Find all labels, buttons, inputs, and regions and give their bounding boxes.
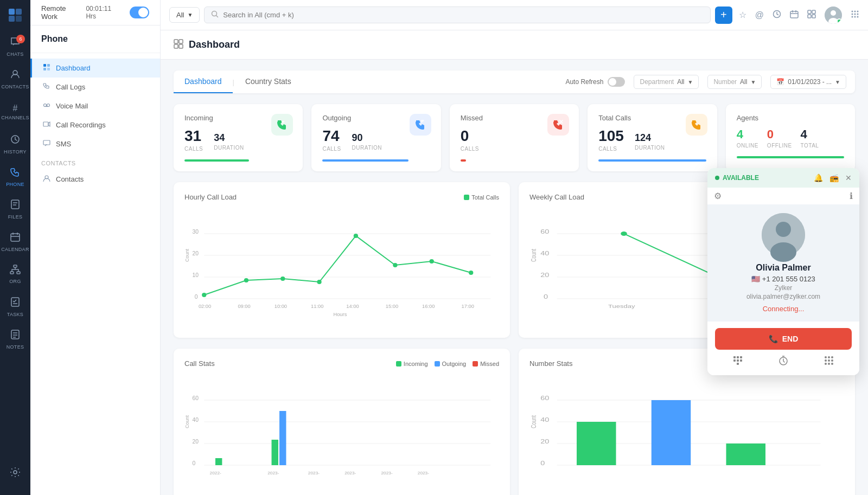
svg-rect-2: [9, 16, 15, 22]
svg-rect-25: [790, 11, 798, 18]
sidebar-item-channels[interactable]: # CHANNELS: [0, 95, 30, 128]
department-filter[interactable]: Department All ▼: [634, 75, 699, 89]
settings-button[interactable]: [0, 457, 30, 490]
remote-work-bar: Remote Work 00:01:11 Hrs: [30, 0, 160, 25]
user-avatar[interactable]: [825, 7, 842, 24]
nav-item-sms[interactable]: SMS: [30, 134, 160, 153]
call-stats-chart-area: Count 0 20 40 60: [184, 374, 499, 493]
hourly-chart-card: Hourly Call Load Total Calls 0 10 20 30: [174, 182, 510, 338]
legend-incoming: Incoming: [396, 361, 428, 367]
notification-icon[interactable]: 🔔: [814, 173, 823, 182]
sidebar-item-phone[interactable]: PHONE: [0, 160, 30, 193]
total-calls-label: CALLS: [598, 146, 624, 152]
outgoing-icon: [410, 114, 431, 136]
calendar-topbar-icon[interactable]: [790, 10, 799, 20]
svg-text:30: 30: [193, 229, 199, 235]
incoming-duration: 34: [214, 132, 244, 144]
contacts-icon: [10, 69, 21, 82]
search-scope-dropdown[interactable]: All ▼: [169, 7, 200, 23]
apps-panel-icon[interactable]: [824, 355, 834, 369]
tab-country-stats[interactable]: Country Stats: [234, 70, 302, 93]
app-logo[interactable]: [0, 0, 30, 30]
svg-text:20: 20: [193, 250, 199, 256]
incoming-calls-label: CALLS: [184, 146, 203, 152]
sidebar-item-chats[interactable]: 6 CHATS: [0, 30, 30, 63]
topbar: All ▼ + ☆ @: [161, 0, 868, 30]
page-header: Dashboard: [161, 30, 868, 60]
weekly-chart-title: Weekly Call Load: [529, 193, 584, 201]
date-filter[interactable]: 📅 01/01/2023 - ... ▼: [770, 75, 846, 89]
missed-icon: [547, 114, 569, 136]
add-button[interactable]: +: [715, 7, 732, 24]
sidebar-item-org[interactable]: ORG: [0, 258, 30, 291]
info-icon[interactable]: ℹ: [850, 191, 853, 201]
tab-dashboard[interactable]: Dashboard: [174, 70, 233, 93]
call-recordings-label: Call Recordings: [56, 121, 106, 129]
svg-text:60: 60: [540, 229, 549, 235]
remote-work-time: 00:01:11 Hrs: [86, 5, 119, 20]
outgoing-duration-label: DURATION: [352, 145, 382, 151]
history-label: HISTORY: [4, 149, 27, 155]
svg-point-130: [828, 359, 830, 362]
number-filter[interactable]: Number All ▼: [707, 75, 762, 89]
remote-work-toggle[interactable]: [130, 7, 149, 18]
auto-refresh-toggle[interactable]: [608, 77, 625, 87]
end-call-button[interactable]: 📞 END: [715, 328, 852, 350]
nav-item-call-recordings[interactable]: Call Recordings: [30, 115, 160, 134]
calendar-label: CALENDAR: [1, 247, 29, 252]
clock-icon[interactable]: [773, 10, 781, 20]
available-status: AVAILABLE: [723, 174, 759, 182]
nav-item-voice-mail[interactable]: Voice Mail: [30, 97, 160, 115]
svg-text:20: 20: [193, 439, 199, 445]
channels-icon: #: [13, 104, 18, 113]
page-title: Dashboard: [189, 39, 240, 50]
svg-rect-43: [179, 40, 183, 43]
sidebar-item-contacts[interactable]: CONTACTS: [0, 63, 30, 95]
sidebar-item-files[interactable]: FILES: [0, 193, 30, 226]
svg-point-36: [852, 14, 853, 15]
sidebar-header: Phone: [30, 25, 160, 53]
total-agents-label: TOTAL: [801, 143, 819, 149]
sidebar-section: Contacts: [30, 153, 160, 170]
gear-icon[interactable]: ⚙: [714, 191, 722, 201]
sidebar-item-tasks[interactable]: TASKS: [0, 291, 30, 323]
call-connecting-status: Connecting...: [716, 305, 851, 313]
apps-icon[interactable]: [851, 10, 859, 20]
tasks-label: TASKS: [7, 312, 23, 317]
contact-name: Olivia Palmer: [716, 263, 851, 273]
sms-icon: [43, 139, 50, 149]
voicemail-panel-icon[interactable]: 📻: [829, 173, 839, 182]
search-area: All ▼ +: [169, 7, 732, 24]
svg-text:2023-: 2023-: [344, 471, 356, 475]
hourly-legend-label: Total Calls: [471, 194, 499, 201]
available-badge: AVAILABLE: [715, 174, 759, 182]
close-panel-icon[interactable]: ✕: [845, 173, 852, 182]
nav-item-dashboard[interactable]: Dashboard: [30, 59, 160, 78]
stat-card-agents: Agents 4 ONLINE 0 OFFLINE 4 TOTAL: [726, 104, 855, 171]
sidebar-item-calendar[interactable]: CALENDAR: [0, 226, 30, 258]
star-icon[interactable]: ☆: [739, 10, 746, 20]
svg-rect-29: [812, 15, 815, 18]
call-logs-icon: [43, 82, 50, 92]
sidebar-item-history[interactable]: HISTORY: [0, 128, 30, 160]
keypad-icon[interactable]: [732, 355, 743, 369]
svg-text:0: 0: [193, 460, 196, 466]
svg-rect-11: [11, 298, 19, 306]
svg-point-131: [831, 359, 833, 362]
svg-text:2023-: 2023-: [381, 471, 393, 475]
timer-icon[interactable]: [778, 355, 789, 369]
total-duration-label: DURATION: [635, 145, 665, 151]
nav-item-contacts[interactable]: Contacts: [30, 170, 160, 189]
outgoing-calls: 74: [322, 127, 341, 145]
svg-point-129: [825, 359, 827, 362]
nav-item-call-logs[interactable]: Call Logs: [30, 78, 160, 97]
svg-text:0: 0: [195, 294, 198, 300]
svg-point-61: [430, 259, 434, 263]
phone-label: PHONE: [6, 182, 24, 187]
grid-icon[interactable]: [807, 10, 816, 20]
svg-rect-119: [737, 356, 739, 358]
mention-icon[interactable]: @: [755, 10, 764, 20]
search-input[interactable]: [223, 11, 386, 19]
svg-point-13: [14, 471, 17, 474]
sidebar-item-notes[interactable]: NOTES: [0, 323, 30, 356]
